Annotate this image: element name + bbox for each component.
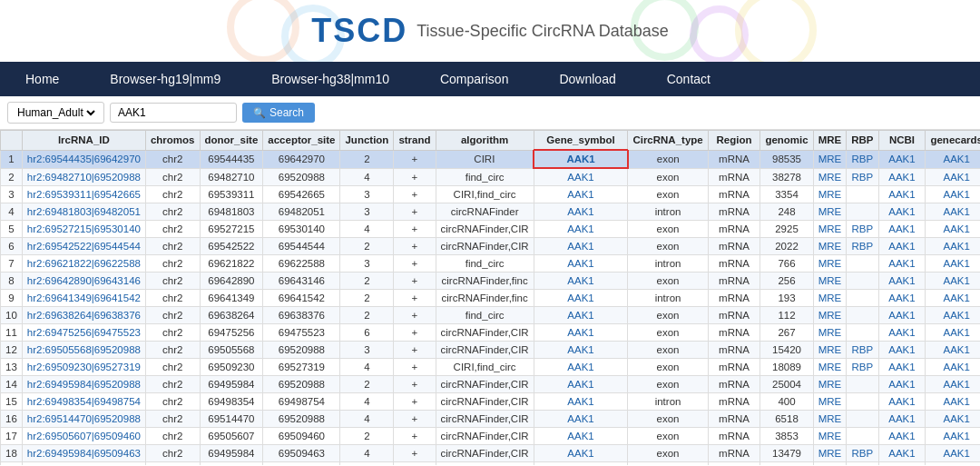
nav-download[interactable]: Download <box>534 62 641 96</box>
row-ncbi[interactable]: AAK1 <box>878 359 926 376</box>
row-genecards[interactable]: AAK1 <box>926 359 980 376</box>
row-id[interactable]: hr2:69642890|69643146 <box>22 273 145 290</box>
row-genecards[interactable]: AAK1 <box>926 168 980 186</box>
search-input[interactable] <box>110 103 237 123</box>
nav-comparison[interactable]: Comparison <box>415 62 534 96</box>
row-genecards[interactable]: AAK1 <box>926 150 980 168</box>
row-gene[interactable]: AAK1 <box>534 203 628 221</box>
row-mre[interactable]: MRE <box>813 203 847 221</box>
row-id[interactable]: hr2:69475256|69475523 <box>22 324 145 342</box>
row-ncbi[interactable]: AAK1 <box>878 203 926 221</box>
row-rbp[interactable]: RBP <box>847 342 878 359</box>
row-mre[interactable]: MRE <box>813 359 847 376</box>
row-genecards[interactable]: AAK1 <box>926 255 980 273</box>
row-id[interactable]: hr2:69641349|69641542 <box>22 290 145 307</box>
row-id[interactable]: hr2:69621822|69622588 <box>22 255 145 273</box>
row-gene[interactable]: AAK1 <box>534 428 628 445</box>
row-mre[interactable]: MRE <box>813 186 847 203</box>
row-gene[interactable]: AAK1 <box>534 221 628 238</box>
row-id[interactable]: hr2:69514470|69520988 <box>22 411 145 428</box>
row-gene[interactable]: AAK1 <box>534 342 628 359</box>
row-gene[interactable]: AAK1 <box>534 359 628 376</box>
row-ncbi[interactable]: AAK1,R <box>878 462 926 466</box>
row-ncbi[interactable]: AAK1 <box>878 168 926 186</box>
row-genecards[interactable]: AAK1 <box>926 307 980 324</box>
row-genecards[interactable]: AAK1 <box>926 203 980 221</box>
row-genecards[interactable]: AAK1 <box>926 221 980 238</box>
row-id[interactable]: hr2:69505607|69509460 <box>22 428 145 445</box>
row-mre[interactable]: MRE <box>813 428 847 445</box>
row-mre[interactable]: MRE <box>813 290 847 307</box>
row-mre[interactable]: MRE <box>813 324 847 342</box>
nav-browser-hg38[interactable]: Browser-hg38|mm10 <box>246 62 415 96</box>
row-ncbi[interactable]: AAK1 <box>878 428 926 445</box>
row-mre[interactable]: MRE <box>813 150 847 168</box>
row-gene[interactable]: AAK1 <box>534 445 628 462</box>
row-gene[interactable]: AAK1 <box>534 393 628 411</box>
species-select[interactable]: Human_Adult Human_Fetal Mouse_Adult Mous… <box>14 105 98 120</box>
row-id[interactable]: hr2:69544435|69642970 <box>22 150 145 168</box>
row-ncbi[interactable]: AAK1 <box>878 273 926 290</box>
row-ncbi[interactable]: AAK1 <box>878 393 926 411</box>
row-genecards[interactable]: AAK1 <box>926 186 980 203</box>
row-id[interactable]: hr2:69481803|69482051 <box>22 203 145 221</box>
row-genecards[interactable]: AAK1 <box>926 376 980 393</box>
row-ncbi[interactable]: AAK1 <box>878 411 926 428</box>
row-genecards[interactable]: AAK1 <box>926 238 980 255</box>
row-gene[interactable]: AAK1 <box>534 168 628 186</box>
row-id[interactable]: hr2:69458068|69459526 <box>22 462 145 466</box>
row-rbp[interactable]: RBP <box>847 150 878 168</box>
row-mre[interactable]: MRE <box>813 411 847 428</box>
row-gene[interactable]: AAK1 <box>534 307 628 324</box>
row-id[interactable]: hr2:69495984|69509463 <box>22 445 145 462</box>
row-rbp[interactable]: RBP <box>847 462 878 466</box>
row-gene[interactable]: AAK1 <box>534 376 628 393</box>
row-rbp[interactable]: RBP <box>847 221 878 238</box>
row-genecards[interactable]: AAK1 <box>926 428 980 445</box>
row-id[interactable]: hr2:69539311|69542665 <box>22 186 145 203</box>
row-mre[interactable]: MRE <box>813 221 847 238</box>
row-id[interactable]: hr2:69509230|69527319 <box>22 359 145 376</box>
row-gene[interactable]: AAK1 <box>534 411 628 428</box>
row-rbp[interactable]: RBP <box>847 359 878 376</box>
row-gene[interactable]: AAK1 <box>534 290 628 307</box>
row-rbp[interactable]: RBP <box>847 238 878 255</box>
row-mre[interactable]: MRE <box>813 376 847 393</box>
row-mre[interactable]: MRE <box>813 445 847 462</box>
row-id[interactable]: hr2:69527215|69530140 <box>22 221 145 238</box>
row-gene[interactable]: AAK1 <box>534 273 628 290</box>
row-gene[interactable]: AAK1 <box>534 255 628 273</box>
row-id[interactable]: hr2:69505568|69520988 <box>22 342 145 359</box>
row-genecards[interactable]: AAK1 <box>926 411 980 428</box>
row-gene[interactable]: AAK1 <box>534 186 628 203</box>
row-id[interactable]: hr2:69542522|69544544 <box>22 238 145 255</box>
row-mre[interactable]: MRE <box>813 273 847 290</box>
row-gene[interactable]: AAK1 <box>534 324 628 342</box>
row-genecards[interactable]: AAK1 <box>926 342 980 359</box>
row-genecards[interactable]: AAK1 <box>926 290 980 307</box>
row-ncbi[interactable]: AAK1 <box>878 324 926 342</box>
row-id[interactable]: hr2:69498354|69498754 <box>22 393 145 411</box>
row-gene[interactable]: AAK1 <box>534 238 628 255</box>
row-ncbi[interactable]: AAK1 <box>878 290 926 307</box>
row-id[interactable]: hr2:69638264|69638376 <box>22 307 145 324</box>
row-ncbi[interactable]: AAK1 <box>878 255 926 273</box>
row-ncbi[interactable]: AAK1 <box>878 445 926 462</box>
row-ncbi[interactable]: AAK1 <box>878 376 926 393</box>
row-mre[interactable]: MRE <box>813 393 847 411</box>
row-genecards[interactable]: AAK1 <box>926 462 980 466</box>
row-rbp[interactable]: RBP <box>847 445 878 462</box>
row-mre[interactable]: MRE <box>813 307 847 324</box>
row-genecards[interactable]: AAK1 <box>926 393 980 411</box>
row-ncbi[interactable]: AAK1 <box>878 221 926 238</box>
row-genecards[interactable]: AAK1 <box>926 273 980 290</box>
row-mre[interactable]: MRE <box>813 168 847 186</box>
row-rbp[interactable]: RBP <box>847 168 878 186</box>
nav-browser-hg19[interactable]: Browser-hg19|mm9 <box>84 62 246 96</box>
nav-home[interactable]: Home <box>0 62 84 96</box>
row-genecards[interactable]: AAK1 <box>926 445 980 462</box>
row-ncbi[interactable]: AAK1 <box>878 186 926 203</box>
row-gene[interactable]: AAK1 <box>534 150 628 168</box>
row-id[interactable]: hr2:69495984|69520988 <box>22 376 145 393</box>
row-gene[interactable]: AAK1,RP11-427H <box>534 462 628 466</box>
